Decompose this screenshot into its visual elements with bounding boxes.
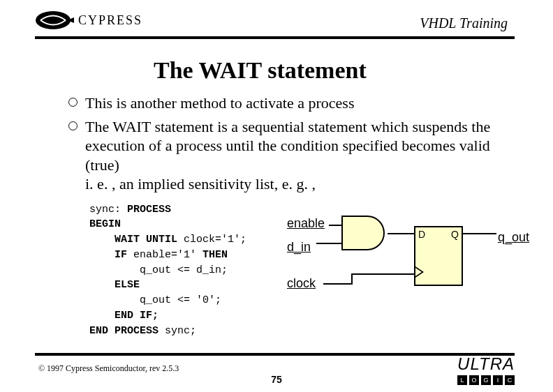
- code-token: clock='1';: [177, 234, 246, 246]
- wire: [323, 283, 351, 285]
- ultra-tag-letter: O: [469, 375, 479, 385]
- code-keyword: THEN: [202, 249, 228, 261]
- wire: [388, 233, 415, 234]
- and-gate-icon: [341, 215, 390, 251]
- bullet-icon: [68, 121, 78, 130]
- bullet-item: This is another method to activate a pro…: [68, 93, 511, 113]
- ultra-tag-letter: L: [457, 375, 467, 385]
- ultra-tag-letter: C: [505, 375, 515, 385]
- page-number: 75: [271, 374, 282, 385]
- code-keyword: ELSE: [89, 279, 140, 291]
- bullet-text: The WAIT statement is a sequential state…: [85, 117, 511, 194]
- signal-label-clock: clock: [287, 276, 316, 291]
- ultra-tagline: L O G I C: [457, 375, 515, 385]
- signal-label-qout: q_out: [498, 230, 529, 245]
- course-title: VHDL Training: [420, 15, 508, 31]
- flipflop-d-label: D: [418, 229, 425, 240]
- flipflop-q-label: Q: [451, 229, 459, 240]
- bullet-text: This is another method to activate a pro…: [85, 93, 511, 113]
- code-token: q_out <= '0';: [89, 294, 221, 306]
- wire: [351, 273, 353, 285]
- d-flipflop-icon: D Q: [414, 226, 463, 286]
- code-keyword: BEGIN: [89, 218, 121, 230]
- code-token: sync;: [158, 325, 196, 337]
- bullet-icon: [68, 98, 78, 107]
- code-keyword: END PROCESS: [89, 325, 158, 337]
- code-keyword: WAIT UNTIL: [89, 234, 177, 246]
- cypress-icon: [35, 10, 75, 31]
- wire: [351, 273, 414, 275]
- signal-label-enable: enable: [287, 216, 325, 231]
- slide-header: CYPRESS VHDL Training: [0, 0, 553, 42]
- bullet-list: This is another method to activate a pro…: [68, 93, 511, 194]
- brand-logo: CYPRESS: [35, 10, 142, 31]
- wire: [316, 243, 343, 244]
- code-keyword: END IF;: [89, 310, 158, 322]
- brand-name: CYPRESS: [78, 13, 142, 28]
- code-token: q_out <= d_in;: [89, 264, 228, 276]
- code-token: enable='1': [127, 249, 202, 261]
- ultra-tag-letter: I: [493, 375, 503, 385]
- circuit-diagram: enable d_in clock q_out D Q: [281, 209, 533, 328]
- ultra-logo: ULTRA L O G I C: [457, 354, 515, 385]
- wire: [463, 233, 496, 234]
- footer-rule: [35, 353, 515, 356]
- ultra-brand: ULTRA: [457, 354, 515, 374]
- signal-label-din: d_in: [287, 240, 311, 255]
- copyright: © 1997 Cypress Semiconductor, rev 2.5.3: [38, 363, 179, 374]
- slide-title: The WAIT statement: [154, 57, 553, 84]
- header-rule: [35, 36, 515, 39]
- code-keyword: IF: [89, 249, 127, 261]
- code-block: sync: PROCESS BEGIN WAIT UNTIL clock='1'…: [89, 202, 281, 339]
- ultra-tag-letter: G: [481, 375, 491, 385]
- code-keyword: PROCESS: [127, 204, 171, 216]
- bullet-item: The WAIT statement is a sequential state…: [68, 117, 511, 194]
- code-token: sync:: [89, 204, 127, 216]
- content-row: sync: PROCESS BEGIN WAIT UNTIL clock='1'…: [0, 202, 553, 339]
